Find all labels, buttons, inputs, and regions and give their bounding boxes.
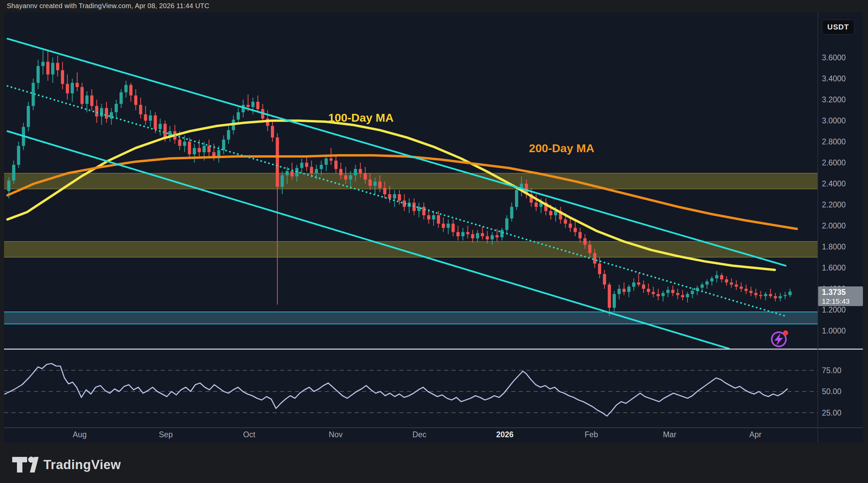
notification-dot (783, 330, 788, 336)
quote-currency-chip[interactable]: USDT (822, 20, 854, 35)
price-tick-label: 1.6000 (822, 263, 846, 272)
header-bar: Shayannv created with TradingView.com, A… (0, 0, 868, 12)
support-zone-1.8[interactable] (4, 242, 818, 258)
price-tick-label: 2.0000 (822, 221, 846, 230)
price-tick-label: 3.4000 (822, 74, 846, 83)
price-tick-label: 2.2000 (822, 200, 846, 209)
time-tick-label: Nov (329, 430, 343, 439)
time-tick-label: Apr (749, 430, 762, 439)
bar-countdown: 12:15:43 (822, 297, 850, 305)
resistance-zone-2.4[interactable] (4, 173, 818, 189)
time-tick-label: Dec (413, 430, 427, 439)
ma100-annotation: 100-Day MA (328, 111, 394, 124)
price-tick-label: 1.8000 (822, 242, 846, 251)
rsi-tick-label: 75.00 (822, 366, 842, 375)
time-tick-label: Mar (663, 430, 676, 439)
last-price-badge: 1.3735 12:15:43 (818, 286, 863, 306)
price-tick-label: 2.4000 (822, 179, 846, 188)
price-tick-label: 3.0000 (822, 116, 846, 125)
price-tick-label: 1.2000 (822, 305, 846, 314)
time-tick-label: 2026 (496, 430, 513, 439)
tradingview-logo[interactable]: TradingView (12, 456, 121, 474)
time-tick-label: Feb (585, 430, 598, 439)
rsi-tick-label: 50.00 (822, 387, 842, 396)
price-tick-label: 2.8000 (822, 137, 846, 146)
tradingview-logo-text: TradingView (43, 458, 121, 472)
price-tick-label: 2.6000 (822, 158, 846, 167)
chart-background (4, 12, 863, 443)
time-tick-label: Aug (73, 430, 87, 439)
last-price-value: 1.3735 (822, 288, 846, 297)
rsi-tick-label: 25.00 (822, 408, 842, 417)
price-tick-label: 3.2000 (822, 95, 846, 104)
main-chart-canvas[interactable]: 3.60003.40003.20003.00002.80002.60002.40… (0, 0, 868, 483)
tradingview-chart-window: 3.60003.40003.20003.00002.80002.60002.40… (0, 0, 868, 483)
price-tick-label: 1.0000 (822, 326, 846, 335)
price-tick-label: 3.6000 (822, 53, 846, 62)
tradingview-logo-icon (12, 456, 39, 474)
time-tick-label: Oct (243, 430, 255, 439)
support-zone-1.1[interactable] (4, 312, 818, 324)
time-tick-label: Sep (159, 430, 173, 439)
attribution-text: Shayannv created with TradingView.com, A… (7, 2, 209, 10)
ma200-annotation: 200-Day MA (529, 142, 594, 155)
